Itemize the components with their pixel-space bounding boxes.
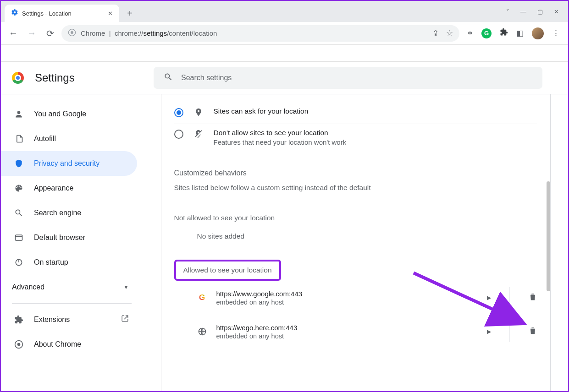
user-icon <box>14 109 24 119</box>
svg-point-2 <box>17 111 21 114</box>
sidebar-item-label: On startup <box>34 258 68 267</box>
radio-selected-icon[interactable] <box>174 108 183 117</box>
kebab-menu-icon[interactable]: ⋮ <box>552 28 560 38</box>
search-icon <box>164 72 173 83</box>
minimize-icon[interactable]: — <box>520 8 526 15</box>
allowed-site-row[interactable]: G https://www.google.com:443 embedded on… <box>174 281 537 315</box>
chevron-right-icon[interactable]: ▶ <box>487 328 491 335</box>
forward-button[interactable]: → <box>25 27 39 40</box>
sidebar-item-label: Default browser <box>34 234 85 242</box>
allowed-site-row[interactable]: https://wego.here.com:443 embedded on an… <box>174 315 537 348</box>
customized-behaviors-title: Customized behaviors <box>174 169 537 177</box>
allowed-heading: Allowed to see your location <box>183 266 272 274</box>
settings-header: Settings Search settings <box>1 62 568 94</box>
chevron-right-icon[interactable]: ▶ <box>487 294 491 301</box>
star-icon[interactable]: ☆ <box>446 28 453 38</box>
site-url: https://www.google.com:443 <box>216 290 303 298</box>
clipboard-icon <box>14 134 24 143</box>
location-off-icon <box>193 129 204 141</box>
shield-icon <box>14 159 24 168</box>
window-controls: ˅ — ▢ ✕ <box>506 1 568 22</box>
advanced-label: Advanced <box>12 283 44 291</box>
not-allowed-heading: Not allowed to see your location <box>174 214 537 222</box>
sidebar-advanced[interactable]: Advanced ▼ <box>1 275 143 299</box>
search-settings-input[interactable]: Search settings <box>154 67 542 89</box>
extensions-puzzle-icon[interactable] <box>500 28 508 38</box>
site-sublabel: embedded on any host <box>216 332 298 340</box>
no-sites-added: No sites added <box>197 232 537 240</box>
sidebar-item-label: Appearance <box>34 184 73 192</box>
avatar[interactable] <box>532 27 544 39</box>
sidebar-item-privacy[interactable]: Privacy and security <box>1 151 137 176</box>
grammarly-icon[interactable]: G <box>481 28 492 38</box>
sidebar-item-you-and-google[interactable]: You and Google <box>1 102 137 126</box>
sidebar-item-search-engine[interactable]: Search engine <box>1 201 137 225</box>
address-bar[interactable]: Chrome | chrome://settings/content/locat… <box>61 25 459 42</box>
chevron-down-icon[interactable]: ˅ <box>506 8 509 15</box>
url-text: Chrome | chrome://settings/content/locat… <box>81 29 217 37</box>
scrollbar-thumb[interactable] <box>547 181 550 291</box>
radio-block-title: Don't allow sites to see your location <box>214 129 347 137</box>
delete-site-button[interactable] <box>528 292 537 303</box>
chrome-grey-icon <box>68 28 76 38</box>
sidebar-item-label: Autofill <box>34 135 56 143</box>
sidebar-item-label: About Chrome <box>34 340 81 348</box>
gear-icon <box>11 9 18 18</box>
radio-sites-can-ask[interactable]: Sites can ask for your location <box>174 103 537 124</box>
radio-ask-title: Sites can ask for your location <box>214 107 309 115</box>
allowed-heading-highlight: Allowed to see your location <box>174 260 281 281</box>
sidebar-item-extensions[interactable]: Extensions <box>1 307 137 332</box>
svg-point-1 <box>71 31 73 34</box>
page-title: Settings <box>35 71 75 84</box>
search-icon <box>14 208 24 218</box>
svg-point-8 <box>17 343 21 346</box>
sidebar-item-autofill[interactable]: Autofill <box>1 126 137 151</box>
chrome-grey-icon <box>14 340 24 349</box>
sidebar-item-label: Extensions <box>34 316 70 324</box>
extension-icon-1[interactable]: ⚭ <box>467 28 473 38</box>
sidebar-item-label: You and Google <box>34 110 86 118</box>
browser-tab[interactable]: Settings - Location ✕ <box>5 5 119 22</box>
site-sublabel: embedded on any host <box>216 299 303 306</box>
back-button[interactable]: ← <box>6 27 20 40</box>
delete-site-button[interactable] <box>528 326 537 337</box>
customized-behaviors-desc: Sites listed below follow a custom setti… <box>174 184 537 192</box>
sidebar-item-on-startup[interactable]: On startup <box>1 250 137 275</box>
external-link-icon <box>121 315 129 325</box>
browser-toolbar: ← → ⟳ Chrome | chrome://settings/content… <box>1 22 568 45</box>
new-tab-button[interactable]: + <box>123 6 137 20</box>
location-pin-icon <box>193 108 204 119</box>
svg-rect-3 <box>16 235 22 240</box>
main-panel: Sites can ask for your location Don't al… <box>143 94 568 391</box>
reload-button[interactable]: ⟳ <box>43 27 57 40</box>
browser-icon <box>14 233 24 242</box>
sidebar-item-label: Search engine <box>34 209 81 217</box>
radio-dont-allow[interactable]: Don't allow sites to see your location F… <box>174 124 537 151</box>
power-icon <box>14 258 24 267</box>
share-icon[interactable]: ⇪ <box>432 28 439 38</box>
radio-block-subtitle: Features that need your location won't w… <box>214 138 347 146</box>
chevron-down-icon: ▼ <box>123 284 129 290</box>
settings-sidebar: You and Google Autofill Privacy and secu… <box>1 94 143 391</box>
sidebar-item-appearance[interactable]: Appearance <box>1 176 137 201</box>
puzzle-icon <box>14 315 24 324</box>
tab-title: Settings - Location <box>22 10 72 17</box>
sidebar-item-default-browser[interactable]: Default browser <box>1 225 137 250</box>
palette-icon <box>14 184 24 193</box>
close-window-icon[interactable]: ✕ <box>554 8 559 15</box>
search-placeholder: Search settings <box>181 74 232 82</box>
sidebar-item-about-chrome[interactable]: About Chrome <box>1 332 137 357</box>
side-panel-icon[interactable]: ◧ <box>516 28 524 38</box>
tab-strip: Settings - Location ✕ + ˅ — ▢ ✕ <box>1 1 568 22</box>
globe-favicon <box>197 327 207 337</box>
chrome-logo <box>12 72 24 84</box>
maximize-icon[interactable]: ▢ <box>537 8 543 15</box>
close-tab-icon[interactable]: ✕ <box>108 10 113 17</box>
radio-unselected-icon[interactable] <box>174 130 183 139</box>
sidebar-item-label: Privacy and security <box>34 159 99 168</box>
google-favicon: G <box>197 293 207 303</box>
site-url: https://wego.here.com:443 <box>216 324 298 332</box>
